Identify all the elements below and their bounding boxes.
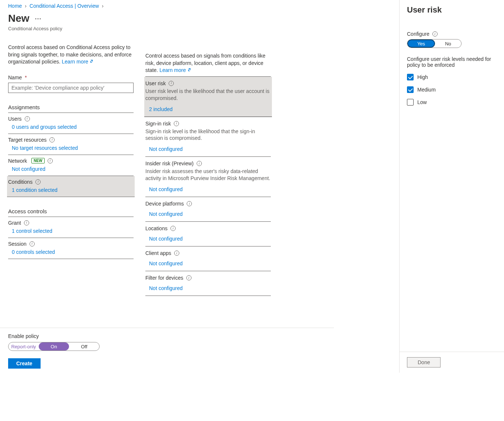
info-icon[interactable] — [174, 121, 179, 126]
condition-user-risk-status[interactable]: 2 included — [145, 106, 271, 112]
info-icon[interactable] — [25, 116, 30, 121]
access-grant[interactable]: Grant 1 control selected — [8, 217, 134, 238]
conditions-intro: Control access based on signals from con… — [145, 52, 271, 74]
info-icon[interactable] — [170, 226, 176, 231]
assignment-network[interactable]: NetworkNEW Not configured — [8, 155, 134, 176]
access-session-status[interactable]: 0 controls selected — [8, 249, 134, 255]
info-icon[interactable] — [186, 275, 191, 280]
enable-policy-label: Enable policy — [8, 333, 326, 339]
risk-medium-row[interactable]: Medium — [407, 86, 497, 93]
external-link-icon — [187, 67, 192, 71]
condition-signin-risk[interactable]: Sign-in risk Sign-in risk level is the l… — [145, 117, 271, 157]
risk-medium-label: Medium — [417, 87, 436, 93]
page-title-text: New — [8, 13, 30, 24]
assignment-network-label: Network — [8, 158, 27, 164]
user-risk-panel: User risk Configure Yes No Configure use… — [399, 0, 504, 373]
condition-user-risk[interactable]: User risk User risk level is the likelih… — [144, 77, 272, 117]
learn-more-link[interactable]: Learn more — [62, 59, 94, 65]
assignment-users-status[interactable]: 0 users and groups selected — [8, 124, 134, 130]
page-subtitle: Conditional Access policy — [8, 26, 134, 31]
assignment-targets-status[interactable]: No target resources selected — [8, 145, 134, 151]
condition-filter-devices-title: Filter for devices — [145, 275, 183, 281]
info-icon[interactable] — [169, 81, 174, 86]
assignment-conditions-status[interactable]: 1 condition selected — [8, 187, 134, 193]
info-icon[interactable] — [48, 158, 53, 163]
done-button[interactable]: Done — [407, 357, 441, 367]
info-icon[interactable] — [24, 220, 29, 225]
chevron-right-icon: › — [102, 3, 104, 9]
policy-form: New ⋯ Conditional Access policy Control … — [8, 11, 134, 328]
condition-insider-risk-title: Insider risk (Preview) — [145, 161, 194, 166]
condition-filter-devices-status[interactable]: Not configured — [145, 285, 271, 291]
condition-signin-risk-title: Sign-in risk — [145, 121, 171, 127]
assignment-network-status[interactable]: Not configured — [8, 166, 134, 172]
assignment-conditions-label: Conditions — [8, 179, 32, 185]
risk-high-row[interactable]: High — [407, 74, 497, 80]
condition-insider-risk-desc: Insider risk assesses the user's risky d… — [145, 168, 271, 182]
toggle-on[interactable]: On — [39, 342, 69, 351]
checkbox-low[interactable] — [407, 99, 414, 106]
access-grant-label: Grant — [8, 220, 21, 226]
info-icon[interactable] — [49, 137, 55, 142]
risk-high-label: High — [417, 74, 428, 80]
condition-user-risk-desc: User risk level is the likelihood that t… — [145, 88, 271, 102]
condition-locations-title: Locations — [145, 225, 168, 231]
info-icon[interactable] — [30, 241, 35, 246]
assignment-users[interactable]: Users 0 users and groups selected — [8, 113, 134, 134]
policy-name-input[interactable] — [8, 83, 134, 93]
assignment-targets-label: Target resources — [8, 137, 46, 143]
assignment-targets[interactable]: Target resources No target resources sel… — [8, 134, 134, 155]
breadcrumb-parent[interactable]: Conditional Access | Overview — [30, 3, 99, 9]
info-icon[interactable] — [174, 251, 179, 256]
condition-signin-risk-status[interactable]: Not configured — [145, 146, 271, 152]
condition-client-apps-title: Client apps — [145, 250, 171, 256]
condition-client-apps[interactable]: Client apps Not configured — [145, 246, 271, 271]
more-actions-icon[interactable]: ⋯ — [35, 15, 41, 22]
bottom-bar: Enable policy Report-only On Off Create — [0, 328, 334, 374]
condition-insider-risk-status[interactable]: Not configured — [145, 186, 271, 192]
breadcrumb-home[interactable]: Home — [8, 3, 22, 9]
info-icon[interactable] — [197, 161, 202, 166]
new-badge: NEW — [31, 158, 44, 163]
toggle-report-only[interactable]: Report-only — [8, 342, 39, 351]
condition-client-apps-status[interactable]: Not configured — [145, 260, 271, 266]
info-icon[interactable] — [432, 31, 438, 37]
condition-device-platforms[interactable]: Device platforms Not configured — [145, 197, 271, 222]
configure-label: Configure — [407, 31, 429, 37]
create-button[interactable]: Create — [8, 358, 41, 369]
panel-title: User risk — [400, 0, 504, 16]
access-session[interactable]: Session 0 controls selected — [8, 238, 134, 259]
configure-label-row: Configure — [407, 31, 497, 37]
enable-policy-toggle[interactable]: Report-only On Off — [8, 342, 100, 351]
info-icon[interactable] — [187, 201, 192, 206]
condition-device-platforms-title: Device platforms — [145, 201, 184, 207]
condition-locations-status[interactable]: Not configured — [145, 236, 271, 242]
name-label-text: Name — [8, 75, 22, 80]
condition-insider-risk[interactable]: Insider risk (Preview) Insider risk asse… — [145, 157, 271, 197]
configure-no[interactable]: No — [435, 39, 461, 48]
intro-text: Control access based on Conditional Acce… — [8, 44, 134, 66]
assignments-heading: Assignments — [8, 104, 134, 113]
configure-yes[interactable]: Yes — [407, 39, 435, 48]
condition-filter-devices[interactable]: Filter for devices Not configured — [145, 271, 271, 296]
risk-low-row[interactable]: Low — [407, 99, 497, 106]
assignment-conditions[interactable]: Conditions 1 condition selected — [7, 176, 135, 197]
condition-user-risk-title: User risk — [145, 80, 166, 86]
checkbox-medium[interactable] — [407, 86, 414, 93]
access-grant-status[interactable]: 1 control selected — [8, 228, 134, 234]
condition-device-platforms-status[interactable]: Not configured — [145, 211, 271, 217]
assignment-users-label: Users — [8, 116, 22, 122]
access-session-label: Session — [8, 241, 27, 247]
chevron-right-icon: › — [25, 3, 27, 9]
checkbox-high[interactable] — [407, 74, 414, 80]
conditions-column: Control access based on signals from con… — [145, 11, 271, 328]
access-controls-heading: Access controls — [8, 208, 134, 217]
external-link-icon — [90, 58, 94, 63]
toggle-off[interactable]: Off — [69, 342, 99, 351]
conditions-learn-more-link[interactable]: Learn more — [159, 67, 192, 73]
page-title: New ⋯ — [8, 13, 134, 24]
condition-locations[interactable]: Locations Not configured — [145, 222, 271, 246]
configure-toggle[interactable]: Yes No — [407, 39, 462, 48]
info-icon[interactable] — [35, 179, 41, 184]
condition-signin-risk-desc: Sign-in risk level is the likelihood tha… — [145, 128, 271, 142]
